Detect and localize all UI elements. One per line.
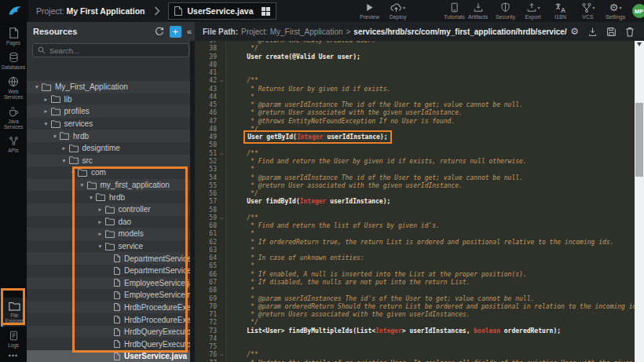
- i18n-button[interactable]: A I18N: [549, 2, 573, 20]
- code-line-56[interactable]: 56 */: [195, 190, 635, 198]
- triangle-right-icon[interactable]: ▸: [60, 144, 68, 152]
- tree-item-models[interactable]: ▸models: [27, 228, 195, 240]
- sidebar-item-java-services[interactable]: Java Services: [0, 106, 27, 130]
- code-line-76[interactable]: 76– /**: [195, 351, 635, 359]
- sidebar-item-web-services[interactable]: Web Services: [0, 76, 27, 100]
- triangle-down-icon[interactable]: ▾: [87, 194, 95, 201]
- code-line-39[interactable]: 39 User create(@Valid User user);: [195, 53, 635, 61]
- sidebar-item-databases[interactable]: Databases: [0, 52, 27, 70]
- code-line-69[interactable]: 69 * @param userIdInstances The id's of …: [195, 295, 635, 303]
- editor-settings-gear-icon[interactable]: ⚙: [570, 27, 579, 37]
- settings-button[interactable]: ⚙ ▾ Settings: [604, 2, 628, 20]
- tree-item-departmentservice-java[interactable]: DepartmentService.java: [27, 252, 195, 265]
- security-button[interactable]: Security: [494, 2, 518, 20]
- code-line-44[interactable]: 44 *: [195, 93, 635, 101]
- fold-marker-icon[interactable]: –: [217, 77, 226, 85]
- tree-item-hrdb[interactable]: ▾hrdb: [27, 130, 195, 142]
- tree-item-hrdb[interactable]: ▾hrdb: [27, 191, 195, 203]
- code-line-43[interactable]: 43 * Returns User by given id if exists.: [195, 86, 635, 93]
- code-line-53[interactable]: 53 *: [195, 166, 635, 174]
- code-line-38[interactable]: 38 */: [195, 45, 635, 53]
- sidebar-item-file-explorer[interactable]: File Explorer: [1, 298, 27, 327]
- code-line-65[interactable]: 65 *: [195, 262, 635, 270]
- resources-search-input[interactable]: Search...: [32, 43, 189, 57]
- code-line-46[interactable]: 46 * @return User associated with the gi…: [195, 109, 635, 117]
- code-editor[interactable]: 37 * @return the newly created user.38 *…: [195, 41, 635, 362]
- code-line-55[interactable]: 55 * @return User associated with the gi…: [195, 182, 635, 190]
- code-line-40[interactable]: 40: [195, 61, 635, 69]
- tutorials-button[interactable]: Tutorials: [443, 2, 467, 20]
- code-line-41[interactable]: 41: [195, 69, 635, 77]
- code-line-45[interactable]: 45 * @param userIdInstance The id of the…: [195, 101, 635, 109]
- code-line-52[interactable]: 52 * Find and return the User by given i…: [195, 158, 635, 166]
- triangle-right-icon[interactable]: ▸: [97, 230, 104, 237]
- sidebar-item-logs[interactable]: Logs: [0, 331, 27, 348]
- tree-item-my-first-application[interactable]: ▾my_first_application: [27, 179, 195, 192]
- triangle-right-icon[interactable]: ▸: [97, 218, 104, 225]
- tree-item-lib[interactable]: ▸lib: [27, 93, 195, 106]
- code-line-47[interactable]: 47 * @throws EntityNotFoundException If …: [195, 118, 635, 126]
- tree-item-employeeservice-java[interactable]: EmployeeService.java: [27, 277, 195, 290]
- delete-file-icon[interactable]: [625, 27, 635, 37]
- tree-item-hrdbqueryexecutorservice-java[interactable]: HrdbQueryExecutorService.java: [27, 326, 195, 338]
- code-line-60[interactable]: 60 * Find and return the list of Users b…: [195, 222, 635, 230]
- code-line-42[interactable]: 42– /**: [195, 77, 635, 85]
- tree-item-hrdbprocedureexecutorserviceimpl-java[interactable]: HrdbProcedureExecutorServiceImpl.java: [27, 313, 195, 326]
- more-options-icon[interactable]: •••: [9, 352, 18, 360]
- grid-icon[interactable]: [262, 7, 270, 16]
- editor-scrollbar-thumb[interactable]: [635, 103, 643, 177]
- code-line-71[interactable]: 71 * @return Users associated with the g…: [195, 311, 635, 319]
- triangle-down-icon[interactable]: ▾: [97, 243, 104, 250]
- export-button[interactable]: ▾ Export: [521, 2, 545, 20]
- tab-userservice-java[interactable]: UserService.java: [168, 2, 276, 20]
- preview-button[interactable]: Preview: [358, 2, 382, 20]
- save-file-icon[interactable]: [606, 27, 617, 37]
- code-line-58[interactable]: 58: [195, 207, 635, 214]
- deploy-button[interactable]: ▾ Deploy: [386, 2, 410, 20]
- code-line-59[interactable]: 59– /**: [195, 214, 635, 222]
- tree-item-controller[interactable]: ▸controller: [27, 203, 195, 216]
- triangle-down-icon[interactable]: ▾: [79, 181, 86, 188]
- code-line-62[interactable]: 62 * If orderedReturn true, the return L…: [195, 239, 635, 247]
- code-line-49[interactable]: 49 User getById(Integer userIdInstance);: [195, 133, 635, 141]
- triangle-right-icon[interactable]: ▸: [97, 206, 104, 213]
- triangle-down-icon[interactable]: ▾: [33, 83, 41, 90]
- sidebar-item-apis[interactable]: APIs: [0, 136, 27, 153]
- code-line-48[interactable]: 48 */: [195, 126, 635, 133]
- code-line-66[interactable]: 66 * If enabled, A null is inserted into…: [195, 271, 635, 279]
- tree-item-userservice-java[interactable]: UserService.java: [27, 350, 195, 362]
- tree-item-com[interactable]: ▾com: [27, 166, 195, 179]
- code-line-73[interactable]: 73 List<User> findByMultipleIds(List<Int…: [195, 327, 635, 335]
- vcs-button[interactable]: ▾ VCS: [576, 2, 600, 20]
- code-line-57[interactable]: 57 User findById(Integer userIdInstance)…: [195, 198, 635, 206]
- fold-marker-icon[interactable]: –: [217, 150, 226, 158]
- collapse-panel-icon[interactable]: «: [187, 27, 192, 36]
- editor-scrollbar[interactable]: [635, 41, 644, 362]
- code-line-64[interactable]: 64 * In case of unknown entities:: [195, 254, 635, 262]
- triangle-right-icon[interactable]: ▸: [42, 96, 50, 103]
- code-line-50[interactable]: 50: [195, 141, 635, 149]
- tree-item-src[interactable]: ▾src: [27, 155, 195, 167]
- refresh-icon[interactable]: [155, 27, 164, 36]
- tree-item-service[interactable]: ▾service: [27, 240, 195, 253]
- download-file-icon[interactable]: [587, 27, 598, 37]
- code-line-54[interactable]: 54 * @param userIdInstance The id of the…: [195, 174, 635, 182]
- code-line-67[interactable]: 67 * If disabled, the nulls are not put …: [195, 279, 635, 287]
- tree-item-hrdbprocedureexecutorservice-java[interactable]: HrdbProcedureExecutorService.java: [27, 302, 195, 314]
- code-line-51[interactable]: 51– /**: [195, 150, 635, 158]
- artifacts-button[interactable]: Artifacts: [467, 2, 490, 20]
- triangle-down-icon[interactable]: ▾: [51, 133, 59, 140]
- sidebar-item-pages[interactable]: Pages: [0, 27, 27, 46]
- triangle-down-icon[interactable]: ▾: [42, 120, 50, 127]
- user-avatar[interactable]: MP: [632, 4, 644, 18]
- fold-marker-icon[interactable]: –: [217, 351, 226, 359]
- code-line-63[interactable]: 63 *: [195, 247, 635, 254]
- tree-item-my-first-application[interactable]: ▾My_First_Application: [27, 81, 195, 93]
- tree-item-hrdbqueryexecutorserviceimpl-java[interactable]: HrdbQueryExecutorServiceImpl.java: [27, 338, 195, 350]
- tree-item-profiles[interactable]: ▸profiles: [27, 105, 195, 118]
- fold-marker-icon[interactable]: –: [217, 214, 226, 222]
- tree-item-services[interactable]: ▾services: [27, 118, 195, 130]
- code-line-61[interactable]: 61 *: [195, 230, 635, 238]
- app-logo[interactable]: [0, 0, 28, 22]
- code-line-77[interactable]: 77 * Updates the details of an existing …: [195, 360, 635, 362]
